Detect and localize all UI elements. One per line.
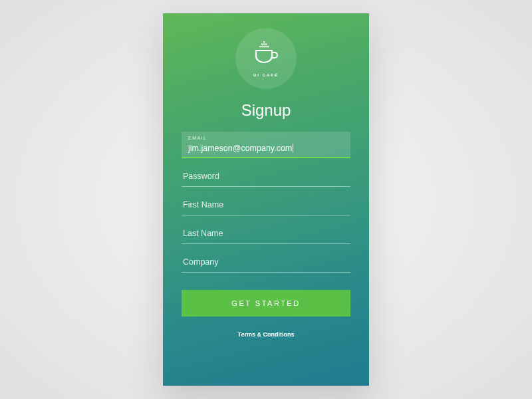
text-cursor — [293, 144, 293, 152]
signup-screen: UI CAFÉ Signup EMAIL jim.jameson@company… — [163, 13, 369, 386]
page-title: Signup — [241, 101, 291, 120]
svg-rect-2 — [263, 44, 265, 45]
first-name-field[interactable] — [182, 194, 350, 215]
company-field[interactable] — [182, 251, 350, 273]
email-field[interactable]: EMAIL jim.jameson@company.com — [182, 132, 350, 158]
coffee-cup-icon — [251, 40, 281, 69]
get-started-button[interactable]: GET STARTED — [182, 290, 350, 317]
svg-rect-8 — [267, 46, 269, 47]
svg-rect-0 — [263, 41, 265, 43]
svg-rect-1 — [261, 44, 263, 45]
email-label: EMAIL — [188, 136, 344, 140]
email-value: jim.jameson@company.com — [188, 144, 292, 153]
svg-rect-5 — [261, 46, 263, 47]
svg-rect-6 — [263, 46, 265, 47]
last-name-field[interactable] — [182, 222, 350, 244]
brand-logo: UI CAFÉ — [235, 28, 297, 89]
signup-form: EMAIL jim.jameson@company.com — [182, 132, 350, 279]
password-field[interactable] — [182, 165, 350, 187]
brand-name: UI CAFÉ — [253, 73, 279, 77]
svg-rect-7 — [265, 46, 267, 47]
svg-rect-3 — [265, 44, 267, 45]
svg-rect-4 — [259, 46, 261, 47]
terms-link[interactable]: Terms & Conditions — [238, 331, 295, 338]
